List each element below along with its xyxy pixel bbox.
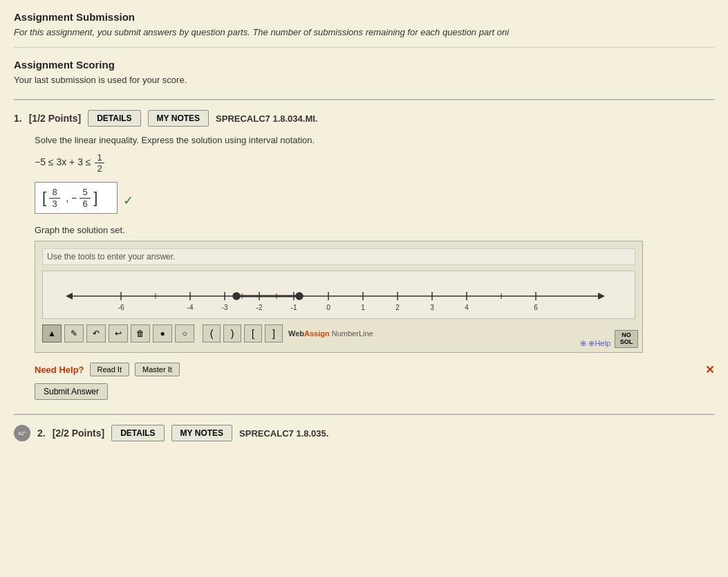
pencil-tool-btn[interactable]: ✎ <box>64 324 84 342</box>
svg-text:-4: -4 <box>187 304 194 311</box>
question-1-number: 1. <box>14 113 22 124</box>
answer-frac1: 8 3 <box>49 187 60 209</box>
assignment-scoring-title: Assignment Scoring <box>14 59 714 71</box>
question-1-reference: SPRECALC7 1.8.034.MI. <box>216 113 317 124</box>
svg-marker-1 <box>66 293 73 300</box>
dot-filled-btn[interactable]: ● <box>153 324 172 342</box>
submit-answer-btn[interactable]: Submit Answer <box>35 383 108 400</box>
submit-row: Submit Answer <box>35 383 714 400</box>
dot-open-btn[interactable]: ○ <box>175 324 194 342</box>
svg-text:3: 3 <box>430 304 434 311</box>
cursor-tool-btn[interactable]: ▲ <box>42 324 62 342</box>
interval-btns: ( ) [ ] <box>203 324 283 342</box>
svg-text:0: 0 <box>326 304 330 311</box>
question-1-points: [1/2 Points] <box>29 113 81 124</box>
svg-text:-2: -2 <box>256 304 263 311</box>
submission-description: For this assignment, you submit answers … <box>14 27 714 37</box>
svg-text:4: 4 <box>465 304 469 311</box>
svg-text:-1: -1 <box>291 304 297 311</box>
divider-1 <box>14 47 714 48</box>
scoring-description: Your last submission is used for your sc… <box>14 75 714 85</box>
separator-2 <box>14 414 714 415</box>
assignment-submission-title: Assignment Submission <box>14 11 714 23</box>
undo-tool-btn[interactable]: ↩ <box>109 324 128 342</box>
svg-text:-3: -3 <box>222 304 228 311</box>
need-help-row: Need Help? Read It Master It ✕ <box>35 363 714 376</box>
svg-text:-6: -6 <box>118 304 124 311</box>
mynotes-button-2[interactable]: MY NOTES <box>171 425 232 441</box>
bracket-left: [ <box>42 190 46 205</box>
rotate-tool-btn[interactable]: ↶ <box>86 324 106 342</box>
mynotes-button-1[interactable]: MY NOTES <box>148 110 209 127</box>
svg-marker-2 <box>598 293 605 300</box>
toolbar-row: ▲ ✎ ↶ ↩ 🗑 ● ○ ( ) [ ] WebAssign NumberLi… <box>42 324 635 342</box>
number-line-container: -6 -4 -3 -2 <box>42 271 635 319</box>
question-1-text: Solve the linear inequality. Express the… <box>35 135 714 145</box>
question-1-body: Solve the linear inequality. Express the… <box>35 135 714 400</box>
paren-open-btn[interactable]: ( <box>203 324 221 342</box>
no-sol-btn[interactable]: NOSOL <box>615 330 638 348</box>
answer-box: [ 8 3 , − 5 6 ] <box>35 182 118 214</box>
svg-point-30 <box>233 293 240 300</box>
answer-frac2: 5 6 <box>80 187 91 209</box>
trash-tool-btn[interactable]: 🗑 <box>131 324 150 342</box>
question-2-number: 2. <box>37 428 46 439</box>
question-2-points: [2/2 Points] <box>53 428 104 439</box>
svg-text:2: 2 <box>395 304 400 311</box>
paren-close-btn[interactable]: ) <box>223 324 241 342</box>
details-button-2[interactable]: DETAILS <box>111 425 164 441</box>
details-button-1[interactable]: DETAILS <box>88 110 140 127</box>
answer-neg: − <box>71 192 77 203</box>
inequality-display: −5 ≤ 3x + 3 ≤ 12 <box>35 152 714 174</box>
separator-1 <box>14 99 714 100</box>
tool-instruction: Use the tools to enter your answer. <box>42 248 635 265</box>
question-2-reference: SPRECALC7 1.8.035. <box>239 428 328 439</box>
help-btn[interactable]: ⊕⊕Help <box>580 339 610 348</box>
bracket-close-btn[interactable]: ] <box>265 324 283 342</box>
close-x-btn[interactable]: ✕ <box>705 363 714 376</box>
svg-point-31 <box>296 293 303 300</box>
svg-text:1: 1 <box>361 304 365 311</box>
bracket-open-btn[interactable]: [ <box>244 324 262 342</box>
number-line-svg: -6 -4 -3 -2 <box>54 281 624 319</box>
q2-icon: 42° <box>14 425 30 441</box>
read-it-btn[interactable]: Read It <box>90 363 129 376</box>
graph-section-label: Graph the solution set. <box>35 225 714 235</box>
question-2-header: 42° 2. [2/2 Points] DETAILS MY NOTES SPR… <box>14 425 714 441</box>
webassign-label: WebAssign NumberLine <box>288 329 373 338</box>
graph-tool-container: Use the tools to enter your answer. -6 <box>35 241 643 353</box>
bracket-right: ] <box>93 190 97 205</box>
svg-text:6: 6 <box>534 304 538 311</box>
need-help-label: Need Help? <box>35 365 84 375</box>
checkmark-icon: ✓ <box>123 193 133 208</box>
question-1-header: 1. [1/2 Points] DETAILS MY NOTES SPRECAL… <box>14 110 714 127</box>
master-it-btn[interactable]: Master It <box>135 363 180 376</box>
